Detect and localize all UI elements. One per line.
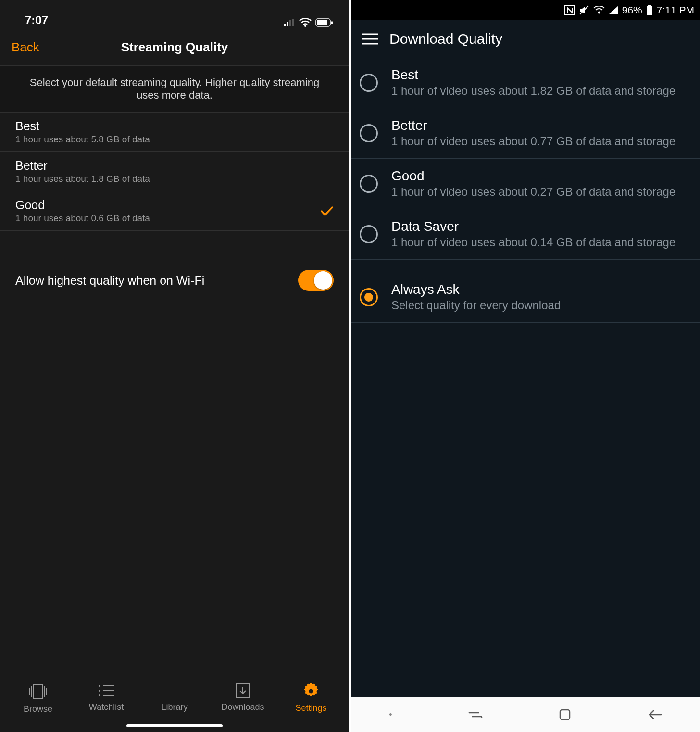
option-always-ask[interactable]: Always Ask Select quality for every down… bbox=[351, 272, 700, 323]
option-title: Always Ask bbox=[391, 282, 561, 297]
svg-rect-26 bbox=[173, 694, 175, 697]
option-data-saver[interactable]: Data Saver 1 hour of video uses about 0.… bbox=[351, 209, 700, 260]
option-good[interactable]: Good 1 hour of video uses about 0.27 GB … bbox=[351, 159, 700, 209]
option-title: Best bbox=[391, 67, 675, 83]
svg-rect-22 bbox=[167, 689, 170, 692]
svg-rect-6 bbox=[317, 20, 327, 25]
svg-rect-27 bbox=[178, 694, 181, 697]
hamburger-icon[interactable] bbox=[362, 33, 378, 45]
battery-icon bbox=[315, 18, 333, 27]
quality-sub: 1 hour uses about 5.8 GB of data bbox=[15, 134, 150, 145]
wifi-icon bbox=[593, 6, 605, 14]
radio-icon bbox=[360, 124, 378, 142]
svg-point-14 bbox=[99, 690, 100, 691]
tab-label: Watchlist bbox=[89, 702, 124, 712]
option-best[interactable]: Best 1 hour of video uses about 1.82 GB … bbox=[351, 58, 700, 108]
quality-sub: 1 hour uses about 1.8 GB of data bbox=[15, 174, 150, 184]
svg-rect-25 bbox=[167, 694, 170, 697]
svg-rect-39 bbox=[560, 710, 570, 719]
tab-library[interactable]: Library bbox=[153, 683, 196, 712]
option-sub: 1 hour of video uses about 0.27 GB of da… bbox=[391, 185, 675, 199]
svg-rect-24 bbox=[178, 689, 181, 692]
ios-tabbar: Browse Watchlist Library Downloads Setti… bbox=[0, 674, 349, 732]
quality-row-better[interactable]: Better 1 hour uses about 1.8 GB of data bbox=[0, 152, 349, 191]
ios-time: 7:07 bbox=[25, 13, 48, 27]
tab-label: Library bbox=[161, 702, 188, 712]
svg-rect-3 bbox=[292, 19, 294, 26]
svg-rect-0 bbox=[284, 24, 286, 26]
wifi-quality-toggle[interactable] bbox=[298, 270, 334, 291]
option-better[interactable]: Better 1 hour of video uses about 0.77 G… bbox=[351, 108, 700, 159]
quality-list: Best 1 hour uses about 5.8 GB of data Be… bbox=[0, 113, 349, 231]
radio-icon bbox=[360, 288, 378, 306]
nfc-icon bbox=[564, 5, 575, 15]
option-title: Better bbox=[391, 118, 675, 133]
svg-rect-10 bbox=[33, 685, 43, 698]
battery-icon bbox=[646, 5, 653, 15]
option-sub: 1 hour of video uses about 0.14 GB of da… bbox=[391, 235, 675, 250]
mute-icon bbox=[579, 5, 589, 15]
downloads-icon bbox=[235, 683, 250, 698]
svg-rect-1 bbox=[287, 22, 288, 26]
page-title: Streaming Quality bbox=[0, 40, 349, 55]
option-sub: 1 hour of video uses about 0.77 GB of da… bbox=[391, 134, 675, 149]
quality-title: Better bbox=[15, 159, 150, 173]
svg-rect-21 bbox=[178, 684, 181, 687]
watchlist-icon bbox=[98, 683, 115, 698]
android-status-bar: 96% 7:11 PM bbox=[351, 0, 700, 20]
ios-status-icons bbox=[284, 18, 333, 27]
home-button[interactable] bbox=[559, 708, 571, 721]
tab-downloads[interactable]: Downloads bbox=[221, 683, 264, 712]
tab-label: Browse bbox=[24, 704, 52, 714]
option-title: Good bbox=[391, 168, 675, 184]
checkmark-icon bbox=[320, 205, 334, 217]
svg-rect-20 bbox=[173, 684, 175, 687]
library-icon bbox=[166, 683, 183, 698]
cellular-icon bbox=[609, 6, 618, 14]
radio-icon bbox=[360, 74, 378, 92]
app-title: Download Quality bbox=[389, 31, 502, 47]
quality-title: Best bbox=[15, 119, 150, 133]
ios-phone: 7:07 Back Streaming Quality Select your … bbox=[0, 0, 349, 732]
android-system-navbar: • bbox=[351, 697, 700, 732]
svg-rect-2 bbox=[289, 20, 291, 26]
battery-percent: 96% bbox=[622, 4, 642, 16]
android-time: 7:11 PM bbox=[657, 4, 694, 16]
back-button[interactable]: Back bbox=[12, 40, 39, 55]
tab-watchlist[interactable]: Watchlist bbox=[85, 683, 128, 712]
svg-rect-7 bbox=[331, 21, 333, 24]
svg-point-33 bbox=[598, 12, 600, 14]
svg-rect-19 bbox=[167, 684, 170, 687]
option-sub: Select quality for every download bbox=[391, 298, 561, 313]
svg-rect-35 bbox=[647, 6, 652, 15]
home-indicator[interactable] bbox=[126, 724, 223, 727]
quality-sub: 1 hour uses about 0.6 GB of data bbox=[15, 213, 150, 224]
wifi-quality-toggle-row: Allow highest quality when on Wi-Fi bbox=[0, 260, 349, 301]
quality-row-best[interactable]: Best 1 hour uses about 5.8 GB of data bbox=[0, 113, 349, 152]
quality-row-good[interactable]: Good 1 hour uses about 0.6 GB of data bbox=[0, 191, 349, 231]
android-appbar: Download Quality bbox=[351, 20, 700, 58]
tab-browse[interactable]: Browse bbox=[16, 683, 60, 714]
back-button[interactable] bbox=[648, 709, 662, 720]
tab-label: Downloads bbox=[221, 702, 264, 712]
radio-icon bbox=[360, 175, 378, 193]
svg-rect-23 bbox=[173, 689, 175, 692]
ios-status-bar: 7:07 bbox=[0, 0, 349, 29]
svg-point-30 bbox=[309, 689, 313, 694]
toggle-label: Allow highest quality when on Wi-Fi bbox=[15, 274, 204, 288]
svg-point-15 bbox=[99, 695, 100, 696]
recents-button[interactable] bbox=[468, 709, 483, 720]
option-sub: 1 hour of video uses about 1.82 GB of da… bbox=[391, 84, 675, 98]
tab-settings[interactable]: Settings bbox=[289, 683, 333, 713]
radio-icon bbox=[360, 225, 378, 243]
ios-navbar: Back Streaming Quality bbox=[0, 29, 349, 65]
quality-title: Good bbox=[15, 198, 150, 212]
svg-point-4 bbox=[304, 25, 306, 27]
android-dot: • bbox=[389, 710, 392, 720]
helper-text: Select your default streaming quality. H… bbox=[0, 65, 349, 113]
svg-rect-34 bbox=[648, 5, 651, 6]
gear-icon bbox=[303, 683, 319, 699]
android-phone: 96% 7:11 PM Download Quality Best 1 hour… bbox=[351, 0, 700, 732]
svg-point-13 bbox=[99, 685, 100, 686]
cellular-icon bbox=[284, 19, 295, 26]
